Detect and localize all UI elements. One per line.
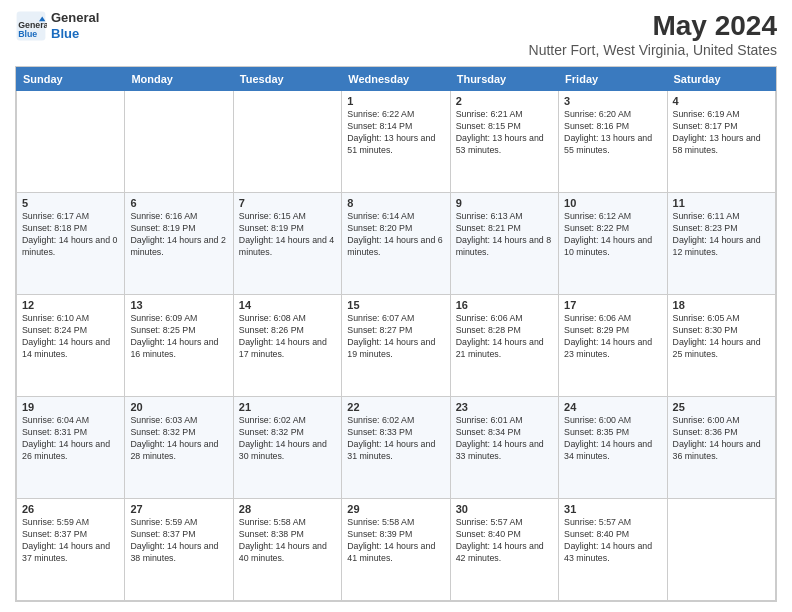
- calendar: Sunday Monday Tuesday Wednesday Thursday…: [15, 66, 777, 602]
- day-info: Sunrise: 6:08 AMSunset: 8:26 PMDaylight:…: [239, 313, 336, 361]
- day-number: 1: [347, 95, 444, 107]
- day-cell-12: 12Sunrise: 6:10 AMSunset: 8:24 PMDayligh…: [17, 295, 125, 397]
- logo-text: General Blue: [51, 10, 99, 41]
- day-number: 16: [456, 299, 553, 311]
- day-info: Sunrise: 6:00 AMSunset: 8:35 PMDaylight:…: [564, 415, 661, 463]
- day-cell-19: 19Sunrise: 6:04 AMSunset: 8:31 PMDayligh…: [17, 397, 125, 499]
- day-number: 30: [456, 503, 553, 515]
- day-number: 15: [347, 299, 444, 311]
- day-number: 29: [347, 503, 444, 515]
- day-number: 5: [22, 197, 119, 209]
- subtitle: Nutter Fort, West Virginia, United State…: [529, 42, 777, 58]
- day-number: 28: [239, 503, 336, 515]
- day-info: Sunrise: 6:10 AMSunset: 8:24 PMDaylight:…: [22, 313, 119, 361]
- day-number: 31: [564, 503, 661, 515]
- day-number: 22: [347, 401, 444, 413]
- day-cell-21: 21Sunrise: 6:02 AMSunset: 8:32 PMDayligh…: [233, 397, 341, 499]
- day-cell-17: 17Sunrise: 6:06 AMSunset: 8:29 PMDayligh…: [559, 295, 667, 397]
- day-number: 27: [130, 503, 227, 515]
- col-monday: Monday: [125, 68, 233, 91]
- col-friday: Friday: [559, 68, 667, 91]
- day-cell-29: 29Sunrise: 5:58 AMSunset: 8:39 PMDayligh…: [342, 499, 450, 601]
- day-cell-7: 7Sunrise: 6:15 AMSunset: 8:19 PMDaylight…: [233, 193, 341, 295]
- day-info: Sunrise: 6:04 AMSunset: 8:31 PMDaylight:…: [22, 415, 119, 463]
- day-cell-31: 31Sunrise: 5:57 AMSunset: 8:40 PMDayligh…: [559, 499, 667, 601]
- day-info: Sunrise: 6:07 AMSunset: 8:27 PMDaylight:…: [347, 313, 444, 361]
- day-cell-5: 5Sunrise: 6:17 AMSunset: 8:18 PMDaylight…: [17, 193, 125, 295]
- col-sunday: Sunday: [17, 68, 125, 91]
- day-info: Sunrise: 6:06 AMSunset: 8:28 PMDaylight:…: [456, 313, 553, 361]
- day-info: Sunrise: 5:59 AMSunset: 8:37 PMDaylight:…: [22, 517, 119, 565]
- col-saturday: Saturday: [667, 68, 775, 91]
- day-cell-11: 11Sunrise: 6:11 AMSunset: 8:23 PMDayligh…: [667, 193, 775, 295]
- day-cell-15: 15Sunrise: 6:07 AMSunset: 8:27 PMDayligh…: [342, 295, 450, 397]
- day-info: Sunrise: 6:06 AMSunset: 8:29 PMDaylight:…: [564, 313, 661, 361]
- day-info: Sunrise: 6:09 AMSunset: 8:25 PMDaylight:…: [130, 313, 227, 361]
- day-cell-18: 18Sunrise: 6:05 AMSunset: 8:30 PMDayligh…: [667, 295, 775, 397]
- day-cell-14: 14Sunrise: 6:08 AMSunset: 8:26 PMDayligh…: [233, 295, 341, 397]
- day-number: 14: [239, 299, 336, 311]
- day-number: 12: [22, 299, 119, 311]
- day-number: 13: [130, 299, 227, 311]
- day-cell-24: 24Sunrise: 6:00 AMSunset: 8:35 PMDayligh…: [559, 397, 667, 499]
- day-cell-20: 20Sunrise: 6:03 AMSunset: 8:32 PMDayligh…: [125, 397, 233, 499]
- day-number: 17: [564, 299, 661, 311]
- day-number: 23: [456, 401, 553, 413]
- day-cell-9: 9Sunrise: 6:13 AMSunset: 8:21 PMDaylight…: [450, 193, 558, 295]
- col-wednesday: Wednesday: [342, 68, 450, 91]
- day-info: Sunrise: 6:15 AMSunset: 8:19 PMDaylight:…: [239, 211, 336, 259]
- day-cell-8: 8Sunrise: 6:14 AMSunset: 8:20 PMDaylight…: [342, 193, 450, 295]
- day-number: 24: [564, 401, 661, 413]
- day-info: Sunrise: 6:20 AMSunset: 8:16 PMDaylight:…: [564, 109, 661, 157]
- day-info: Sunrise: 6:02 AMSunset: 8:32 PMDaylight:…: [239, 415, 336, 463]
- day-cell-27: 27Sunrise: 5:59 AMSunset: 8:37 PMDayligh…: [125, 499, 233, 601]
- empty-cell: [17, 91, 125, 193]
- day-number: 4: [673, 95, 770, 107]
- main-title: May 2024: [529, 10, 777, 42]
- day-info: Sunrise: 6:22 AMSunset: 8:14 PMDaylight:…: [347, 109, 444, 157]
- day-cell-3: 3Sunrise: 6:20 AMSunset: 8:16 PMDaylight…: [559, 91, 667, 193]
- day-info: Sunrise: 5:58 AMSunset: 8:39 PMDaylight:…: [347, 517, 444, 565]
- day-number: 9: [456, 197, 553, 209]
- day-cell-1: 1Sunrise: 6:22 AMSunset: 8:14 PMDaylight…: [342, 91, 450, 193]
- day-info: Sunrise: 6:02 AMSunset: 8:33 PMDaylight:…: [347, 415, 444, 463]
- day-number: 6: [130, 197, 227, 209]
- header: General Blue General Blue May 2024 Nutte…: [15, 10, 777, 58]
- day-number: 19: [22, 401, 119, 413]
- empty-cell: [125, 91, 233, 193]
- day-cell-13: 13Sunrise: 6:09 AMSunset: 8:25 PMDayligh…: [125, 295, 233, 397]
- calendar-week-2: 5Sunrise: 6:17 AMSunset: 8:18 PMDaylight…: [17, 193, 776, 295]
- day-cell-26: 26Sunrise: 5:59 AMSunset: 8:37 PMDayligh…: [17, 499, 125, 601]
- day-number: 26: [22, 503, 119, 515]
- day-cell-23: 23Sunrise: 6:01 AMSunset: 8:34 PMDayligh…: [450, 397, 558, 499]
- day-number: 10: [564, 197, 661, 209]
- day-info: Sunrise: 6:14 AMSunset: 8:20 PMDaylight:…: [347, 211, 444, 259]
- day-info: Sunrise: 5:57 AMSunset: 8:40 PMDaylight:…: [456, 517, 553, 565]
- day-number: 20: [130, 401, 227, 413]
- day-number: 21: [239, 401, 336, 413]
- day-number: 8: [347, 197, 444, 209]
- col-tuesday: Tuesday: [233, 68, 341, 91]
- day-info: Sunrise: 5:59 AMSunset: 8:37 PMDaylight:…: [130, 517, 227, 565]
- day-info: Sunrise: 6:16 AMSunset: 8:19 PMDaylight:…: [130, 211, 227, 259]
- day-info: Sunrise: 6:19 AMSunset: 8:17 PMDaylight:…: [673, 109, 770, 157]
- day-info: Sunrise: 6:05 AMSunset: 8:30 PMDaylight:…: [673, 313, 770, 361]
- day-info: Sunrise: 6:01 AMSunset: 8:34 PMDaylight:…: [456, 415, 553, 463]
- logo-icon: General Blue: [15, 10, 47, 42]
- logo: General Blue General Blue: [15, 10, 99, 42]
- day-info: Sunrise: 6:13 AMSunset: 8:21 PMDaylight:…: [456, 211, 553, 259]
- day-info: Sunrise: 5:57 AMSunset: 8:40 PMDaylight:…: [564, 517, 661, 565]
- day-info: Sunrise: 6:11 AMSunset: 8:23 PMDaylight:…: [673, 211, 770, 259]
- empty-cell: [233, 91, 341, 193]
- calendar-header-row: Sunday Monday Tuesday Wednesday Thursday…: [17, 68, 776, 91]
- day-info: Sunrise: 6:00 AMSunset: 8:36 PMDaylight:…: [673, 415, 770, 463]
- day-cell-6: 6Sunrise: 6:16 AMSunset: 8:19 PMDaylight…: [125, 193, 233, 295]
- calendar-week-5: 26Sunrise: 5:59 AMSunset: 8:37 PMDayligh…: [17, 499, 776, 601]
- title-block: May 2024 Nutter Fort, West Virginia, Uni…: [529, 10, 777, 58]
- day-info: Sunrise: 6:03 AMSunset: 8:32 PMDaylight:…: [130, 415, 227, 463]
- day-cell-25: 25Sunrise: 6:00 AMSunset: 8:36 PMDayligh…: [667, 397, 775, 499]
- day-cell-30: 30Sunrise: 5:57 AMSunset: 8:40 PMDayligh…: [450, 499, 558, 601]
- day-number: 2: [456, 95, 553, 107]
- page: General Blue General Blue May 2024 Nutte…: [0, 0, 792, 612]
- calendar-week-1: 1Sunrise: 6:22 AMSunset: 8:14 PMDaylight…: [17, 91, 776, 193]
